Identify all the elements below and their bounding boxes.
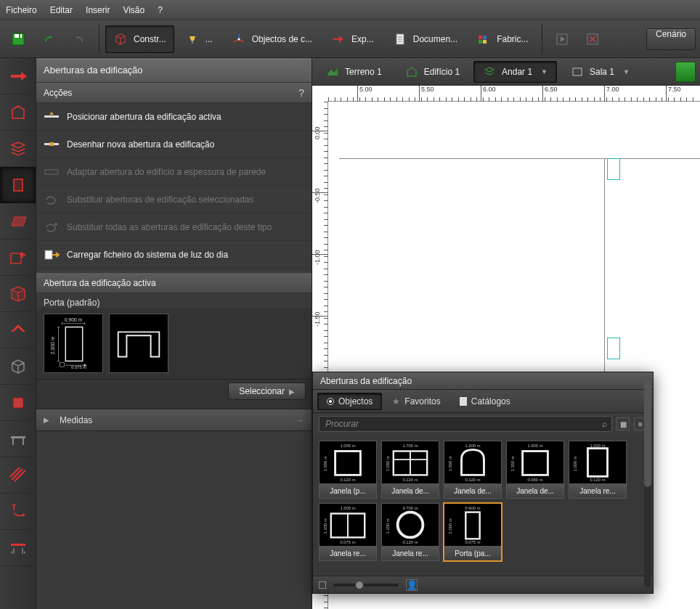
- slider-thumb[interactable]: [355, 581, 364, 589]
- catalog-item-label: Janela re...: [320, 546, 376, 560]
- catalog-item[interactable]: 1.500 m0.075 m1.350 mJanela re...: [319, 503, 377, 561]
- chevron-right-icon: ▶: [44, 416, 49, 424]
- objects-tab[interactable]: Objectos de c...: [224, 25, 320, 53]
- person-icon[interactable]: 👤: [406, 579, 418, 591]
- fabric-tab[interactable]: Fabric...: [468, 25, 536, 53]
- view-grid-button[interactable]: ▦: [616, 417, 630, 430]
- rail-volume-tool[interactable]: [0, 348, 36, 385]
- measures-row[interactable]: ▶ Medidas →: [36, 409, 312, 431]
- catalog-item-label: Porta (pa...: [444, 546, 501, 560]
- svg-text:2.000 m: 2.000 m: [50, 336, 55, 354]
- lighting-tab[interactable]: ...: [177, 25, 221, 53]
- actions-header: Acções ?: [36, 83, 312, 103]
- tab-label: Objectos: [338, 396, 373, 406]
- select-button[interactable]: Seleccionar ▶: [228, 383, 306, 400]
- catalog-item[interactable]: 3.700 m0.120 m1.350 mJanela re...: [381, 503, 439, 561]
- svg-rect-24: [45, 170, 58, 174]
- catalog-item-label: Janela de...: [444, 483, 501, 498]
- building-red-icon: [8, 102, 28, 123]
- active-opening-name: Porta (padrão): [36, 293, 312, 308]
- position-icon: [44, 111, 60, 123]
- menu-edit[interactable]: Editar: [50, 5, 73, 15]
- breadcrumb-building[interactable]: Edifício 1: [396, 61, 469, 83]
- catalog-item[interactable]: 1.000 m0.120 m1.000 mJanela (p...: [319, 441, 377, 499]
- scrollbar-thumb[interactable]: [644, 435, 651, 487]
- catalog-item[interactable]: 1.000 m0.120 m1.000 mJanela re...: [569, 441, 627, 499]
- search-input[interactable]: Procurar ⌕: [319, 416, 612, 432]
- menu-file[interactable]: Ficheiro: [6, 5, 37, 15]
- menu-help[interactable]: ?: [158, 5, 163, 15]
- catalog-item[interactable]: 1.200 m0.120 m1.000 mJanela de...: [444, 441, 502, 499]
- rail-dimension-tool[interactable]: [0, 530, 36, 566]
- catalog-thumbnail: 1.000 m0.080 m1.350 m: [507, 441, 563, 483]
- menu-insert[interactable]: Inserir: [86, 5, 110, 15]
- measures-label: Medidas: [60, 415, 92, 425]
- view-3d-button[interactable]: [675, 62, 696, 82]
- rail-furniture-tool[interactable]: [0, 421, 36, 457]
- redo-icon: [72, 32, 86, 46]
- svg-rect-18: [13, 398, 23, 408]
- undo-button[interactable]: [35, 25, 62, 53]
- wall-opening-marker[interactable]: [607, 158, 620, 180]
- scenario-button[interactable]: Cenário: [646, 28, 696, 50]
- document-tab[interactable]: Documen...: [385, 25, 465, 53]
- rail-text-tool[interactable]: T: [0, 494, 36, 530]
- scrollbar[interactable]: [644, 435, 651, 576]
- svg-rect-2: [19, 34, 20, 38]
- rail-hatch-tool[interactable]: [0, 457, 36, 494]
- catalog-item[interactable]: 0.900 m0.075 m2.000 mPorta (pa...: [444, 503, 502, 561]
- svg-text:1.200 m: 1.200 m: [465, 444, 481, 448]
- caret-down-icon: ▼: [541, 68, 548, 75]
- construct-tab[interactable]: Constr...: [105, 25, 174, 53]
- help-icon[interactable]: ?: [298, 87, 304, 99]
- rail-building-tool[interactable]: [0, 94, 36, 131]
- redo-button[interactable]: [65, 25, 93, 53]
- rail-roof-tool[interactable]: [0, 312, 36, 348]
- svg-text:1.000 m: 1.000 m: [323, 456, 327, 471]
- breadcrumb-floor[interactable]: Andar 1 ▼: [473, 61, 557, 83]
- svg-rect-33: [335, 451, 361, 475]
- search-icon: ⌕: [602, 419, 607, 429]
- preview-front[interactable]: 0.900 m 2.000 m 0.075 m: [44, 314, 103, 373]
- action-position-opening[interactable]: Posicionar abertura da edificação activa: [36, 103, 312, 131]
- cube-wire-icon: [113, 32, 128, 46]
- catalog-tab-objects[interactable]: Objectos: [317, 393, 382, 410]
- svg-point-59: [398, 512, 423, 538]
- zoom-small-icon: [319, 581, 326, 589]
- catalog-tab-favorites[interactable]: ★ Favoritos: [383, 393, 449, 409]
- export-arrow-icon: [331, 32, 346, 46]
- svg-rect-1: [15, 34, 22, 38]
- catalog-item[interactable]: 1.700 m0.120 m1.000 mJanela de...: [381, 441, 439, 499]
- menu-view[interactable]: Visão: [123, 5, 145, 15]
- rail-surface-tool[interactable]: [0, 203, 36, 240]
- stop-button[interactable]: [579, 25, 606, 53]
- catalog-item[interactable]: 1.000 m0.080 m1.350 mJanela de...: [506, 441, 564, 499]
- play-button[interactable]: [548, 25, 576, 53]
- rail-addroom-tool[interactable]: [0, 240, 36, 276]
- layers-red-icon: [8, 139, 28, 159]
- breadcrumb-terrain[interactable]: Terreno 1: [317, 61, 391, 83]
- rail-openings-tool[interactable]: [0, 167, 36, 203]
- catalog-item-label: Janela (p...: [320, 483, 376, 498]
- preview-top[interactable]: [109, 314, 168, 373]
- svg-text:T: T: [12, 503, 17, 512]
- table-icon: [8, 429, 28, 449]
- save-button[interactable]: [4, 25, 32, 53]
- svg-rect-23: [49, 142, 54, 146]
- action-load-daylight[interactable]: Carregar ficheiro do sistema de luz do d…: [36, 241, 312, 269]
- parallelogram-icon: [8, 211, 28, 232]
- svg-text:0.120 m: 0.120 m: [590, 478, 606, 482]
- rail-arrow-tool[interactable]: [0, 58, 36, 94]
- floor-green-icon: [483, 65, 496, 78]
- rail-color-tool[interactable]: [0, 385, 36, 421]
- action-draw-opening[interactable]: Desenhar nova abertura da edificação: [36, 131, 312, 158]
- zoom-slider[interactable]: [333, 584, 399, 586]
- catalog-tab-catalogs[interactable]: Catálogos: [451, 393, 519, 409]
- wall-opening-marker[interactable]: [607, 338, 620, 359]
- rail-floor-tool[interactable]: [0, 131, 36, 167]
- export-tab[interactable]: Exp...: [323, 25, 382, 53]
- breadcrumb-room[interactable]: Sala 1 ▼: [561, 61, 639, 83]
- action-replace-all: Substituir todas as aberturas de edifica…: [36, 213, 312, 241]
- action-label: Desenhar nova abertura da edificação: [67, 139, 214, 150]
- rail-wall-tool[interactable]: [0, 276, 36, 312]
